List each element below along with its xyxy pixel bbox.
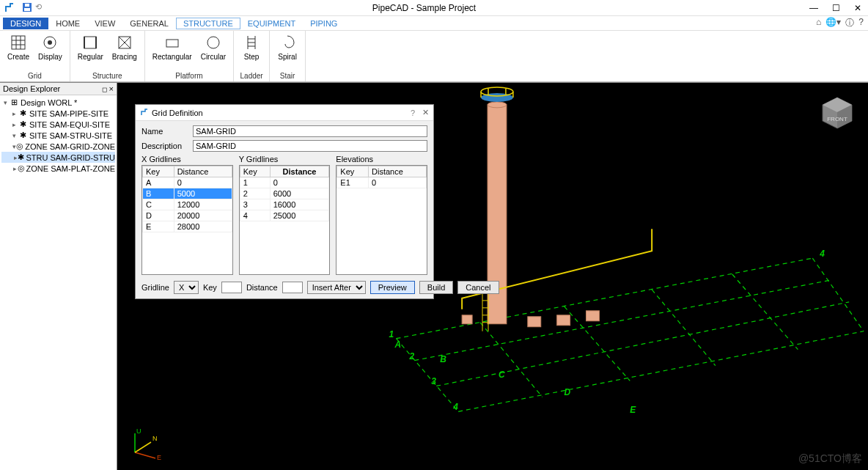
- table-row[interactable]: 425000: [240, 210, 329, 221]
- elevations-label: Elevations: [336, 155, 427, 164]
- step-ladder-button[interactable]: Step: [237, 32, 266, 69]
- display-grid-button[interactable]: Display: [34, 32, 67, 69]
- y-gridlines-table[interactable]: KeyDistance 1026000316000425000: [239, 165, 331, 275]
- svg-line-23: [396, 258, 812, 339]
- svg-text:D: D: [564, 387, 571, 397]
- close-panel-icon[interactable]: ×: [109, 84, 114, 93]
- regular-icon: [81, 34, 99, 51]
- svg-line-30: [652, 290, 716, 366]
- description-input[interactable]: [193, 140, 427, 152]
- grid-display-icon: [41, 34, 59, 51]
- tab-general[interactable]: GENERAL: [122, 18, 176, 29]
- dialog-icon: [140, 108, 149, 118]
- globe-icon[interactable]: 🌐▾: [825, 17, 841, 29]
- gridline-select[interactable]: X: [174, 281, 199, 294]
- dialog-close-button[interactable]: ✕: [422, 108, 429, 117]
- key-input[interactable]: [221, 282, 242, 293]
- table-row[interactable]: 10: [240, 177, 329, 188]
- info-icon[interactable]: ⓘ: [845, 17, 854, 29]
- svg-line-64: [135, 452, 155, 458]
- create-grid-button[interactable]: Create: [3, 32, 34, 69]
- name-label: Name: [141, 127, 193, 136]
- circular-platform-button[interactable]: Circular: [196, 32, 230, 69]
- svg-point-44: [488, 102, 507, 108]
- svg-text:1: 1: [389, 329, 394, 339]
- svg-point-17: [207, 37, 219, 48]
- table-row[interactable]: 316000: [240, 199, 329, 210]
- table-row[interactable]: 26000: [240, 188, 329, 199]
- x-gridlines-table[interactable]: KeyDistance A0B5000C12000D20000E28000: [141, 165, 233, 275]
- tab-equipment[interactable]: EQUIPMENT: [240, 18, 303, 29]
- rectangular-platform-button[interactable]: Rectangular: [148, 32, 196, 69]
- svg-line-32: [812, 258, 864, 331]
- dialog-help-button[interactable]: ?: [411, 109, 415, 117]
- tab-home[interactable]: HOME: [48, 18, 87, 29]
- preview-button[interactable]: Preview: [370, 281, 415, 294]
- tab-design[interactable]: DESIGN: [3, 18, 48, 29]
- svg-line-27: [396, 339, 458, 412]
- ribbon: Create Display Grid Regular Bracing Stru…: [0, 31, 868, 82]
- spiral-stair-button[interactable]: Spiral: [273, 32, 302, 69]
- rectangular-icon: [163, 34, 181, 51]
- svg-rect-3: [12, 36, 25, 49]
- table-row[interactable]: B5000: [143, 188, 232, 199]
- ribbon-tabs: DESIGN HOME VIEW GENERAL STRUCTURE EQUIP…: [0, 16, 868, 31]
- y-gridlines-label: Y Gridlines: [239, 155, 331, 164]
- dock-icon[interactable]: ◻: [102, 86, 107, 93]
- regular-structure-button[interactable]: Regular: [73, 32, 108, 69]
- tab-structure[interactable]: STRUCTURE: [176, 18, 240, 29]
- minimize-button[interactable]: —: [806, 3, 821, 13]
- maximize-button[interactable]: ☐: [828, 3, 843, 13]
- save-icon[interactable]: [22, 2, 32, 14]
- window-title: PipeCAD - Sample Project: [42, 3, 806, 13]
- view-cube[interactable]: FRONT: [818, 93, 856, 131]
- axis-gizmo: U E N: [126, 426, 161, 461]
- table-row[interactable]: C12000: [143, 199, 232, 210]
- circular-icon: [205, 34, 222, 51]
- svg-text:2: 2: [408, 351, 414, 361]
- undo-icon[interactable]: ⟲: [35, 2, 42, 14]
- home-icon[interactable]: ⌂: [816, 17, 821, 29]
- design-tree[interactable]: ▾⊞Design WORL * ▸✱SITE SAM-PIPE-SITE ▸✱S…: [0, 95, 117, 470]
- svg-rect-54: [528, 317, 541, 327]
- table-row[interactable]: A0: [143, 177, 232, 188]
- explorer-title: Design Explorer: [3, 84, 60, 93]
- window-titlebar: ⟲ PipeCAD - Sample Project — ☐ ✕: [0, 0, 868, 16]
- svg-text:4: 4: [819, 249, 825, 259]
- svg-text:A: A: [394, 339, 402, 350]
- description-label: Description: [141, 142, 193, 150]
- grid-definition-dialog: Grid Definition ? ✕ Name Description X G…: [135, 104, 434, 299]
- svg-text:FRONT: FRONT: [827, 116, 847, 122]
- svg-line-26: [458, 331, 864, 412]
- table-row[interactable]: D20000: [143, 210, 232, 221]
- svg-rect-2: [25, 4, 29, 7]
- svg-text:N: N: [152, 435, 158, 442]
- svg-rect-10: [84, 37, 96, 48]
- bracing-button[interactable]: Bracing: [108, 32, 141, 69]
- table-row[interactable]: E28000: [143, 221, 232, 232]
- close-button[interactable]: ✕: [850, 3, 865, 13]
- app-icon: [3, 1, 16, 15]
- svg-rect-56: [586, 311, 600, 321]
- svg-text:E: E: [630, 405, 636, 415]
- svg-line-28: [480, 323, 542, 397]
- help-icon[interactable]: ?: [858, 17, 864, 29]
- table-row[interactable]: E10: [337, 177, 427, 188]
- svg-text:E: E: [157, 454, 161, 461]
- design-explorer-panel: Design Explorer ◻ × ▾⊞Design WORL * ▸✱SI…: [0, 83, 117, 470]
- name-input[interactable]: [193, 125, 427, 137]
- grid-create-icon: [10, 34, 27, 51]
- tab-piping[interactable]: PIPING: [303, 18, 345, 29]
- cancel-button[interactable]: Cancel: [457, 281, 499, 294]
- elevations-table[interactable]: KeyDistance E10: [336, 165, 427, 275]
- build-button[interactable]: Build: [419, 281, 453, 294]
- distance-input[interactable]: [282, 282, 303, 293]
- dialog-title: Grid Definition: [152, 109, 411, 117]
- svg-rect-16: [166, 40, 178, 47]
- svg-rect-1: [24, 8, 30, 11]
- tab-view[interactable]: VIEW: [87, 18, 122, 29]
- svg-text:3: 3: [431, 376, 436, 386]
- svg-line-31: [732, 274, 798, 350]
- insert-mode-select[interactable]: Insert After: [307, 281, 366, 294]
- x-gridlines-label: X Gridlines: [141, 155, 233, 164]
